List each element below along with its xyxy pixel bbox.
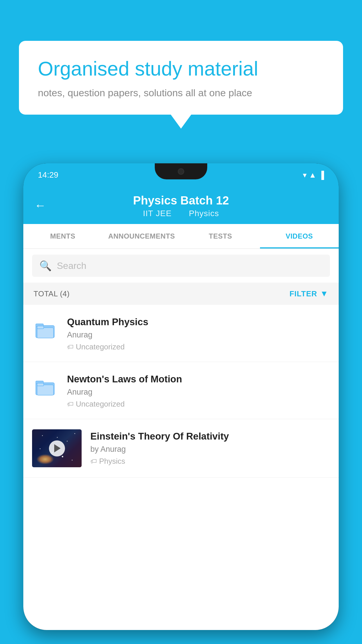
speech-bubble-title: Organised study material: [38, 57, 324, 81]
batch-category: IIT JEE: [143, 209, 172, 218]
video-info: Einstein's Theory Of Relativity by Anura…: [90, 429, 330, 466]
video-author: Anurag: [67, 330, 330, 340]
search-bar[interactable]: 🔍 Search: [32, 255, 330, 277]
back-button[interactable]: ←: [34, 199, 46, 212]
video-info: Quantum Physics Anurag 🏷 Uncategorized: [67, 315, 330, 351]
video-title: Einstein's Theory Of Relativity: [90, 431, 330, 442]
play-triangle-icon: [54, 444, 61, 452]
status-time: 14:29: [38, 170, 58, 180]
notch: [155, 163, 207, 179]
video-tag: 🏷 Physics: [90, 457, 330, 466]
phone-wrapper: 14:29 ▾ ▲ ▐ ← Physics Batch 12 IIT JEE P…: [23, 163, 339, 644]
tabs-bar: MENTS ANNOUNCEMENTS TESTS VIDEOS: [23, 224, 339, 249]
tag-text: Physics: [99, 457, 125, 466]
video-info: Newton's Laws of Motion Anurag 🏷 Uncateg…: [67, 372, 330, 409]
svg-rect-3: [37, 326, 44, 329]
search-placeholder: Search: [57, 260, 86, 271]
filter-funnel-icon: ▼: [320, 289, 328, 298]
tag-icon: 🏷: [67, 343, 73, 351]
batch-title: Physics Batch 12: [35, 194, 327, 207]
signal-icon: ▲: [309, 171, 317, 180]
video-thumbnail: [32, 429, 82, 467]
video-author: by Anurag: [90, 445, 330, 454]
video-title: Quantum Physics: [67, 316, 330, 328]
speech-bubble: Organised study material notes, question…: [19, 41, 343, 115]
wifi-icon: ▾: [303, 171, 307, 180]
tag-text: Uncategorized: [76, 400, 125, 409]
list-item[interactable]: Quantum Physics Anurag 🏷 Uncategorized: [23, 305, 339, 362]
video-tag: 🏷 Uncategorized: [67, 342, 330, 351]
tab-tests[interactable]: TESTS: [181, 224, 260, 249]
status-bar: 14:29 ▾ ▲ ▐: [23, 163, 339, 187]
play-button[interactable]: [49, 440, 65, 456]
speech-bubble-subtitle: notes, question papers, solutions all at…: [38, 87, 324, 99]
filter-button[interactable]: FILTER ▼: [289, 289, 328, 298]
total-count: TOTAL (4): [34, 289, 70, 298]
thumbnail-overlay: [32, 429, 82, 467]
status-icons: ▾ ▲ ▐: [303, 171, 324, 180]
filter-bar: TOTAL (4) FILTER ▼: [23, 283, 339, 305]
battery-icon: ▐: [319, 171, 324, 180]
list-item[interactable]: Einstein's Theory Of Relativity by Anura…: [23, 419, 339, 478]
svg-rect-2: [37, 328, 53, 338]
video-author: Anurag: [67, 388, 330, 397]
folder-icon: [32, 316, 58, 343]
batch-subtitle: IIT JEE Physics: [35, 209, 327, 218]
video-title: Newton's Laws of Motion: [67, 374, 330, 385]
tag-icon: 🏷: [90, 458, 97, 465]
tab-announcements[interactable]: ANNOUNCEMENTS: [102, 224, 181, 249]
filter-label: FILTER: [289, 289, 317, 298]
search-container: 🔍 Search: [23, 249, 339, 283]
video-list: Quantum Physics Anurag 🏷 Uncategorized: [23, 305, 339, 478]
batch-subject: Physics: [189, 209, 219, 218]
speech-bubble-container: Organised study material notes, question…: [19, 41, 343, 115]
phone-content: ← Physics Batch 12 IIT JEE Physics MENTS…: [23, 187, 339, 630]
phone-frame: 14:29 ▾ ▲ ▐ ← Physics Batch 12 IIT JEE P…: [23, 163, 339, 630]
tag-icon: 🏷: [67, 400, 73, 408]
folder-icon: [32, 374, 58, 400]
svg-rect-7: [37, 383, 44, 386]
list-item[interactable]: Newton's Laws of Motion Anurag 🏷 Uncateg…: [23, 362, 339, 419]
tag-text: Uncategorized: [76, 342, 125, 351]
camera-dot: [178, 168, 184, 175]
search-icon: 🔍: [39, 260, 52, 272]
svg-rect-6: [37, 385, 53, 395]
tab-videos[interactable]: VIDEOS: [260, 224, 339, 249]
video-tag: 🏷 Uncategorized: [67, 400, 330, 409]
tab-ments[interactable]: MENTS: [23, 224, 102, 249]
top-bar: ← Physics Batch 12 IIT JEE Physics: [23, 187, 339, 224]
